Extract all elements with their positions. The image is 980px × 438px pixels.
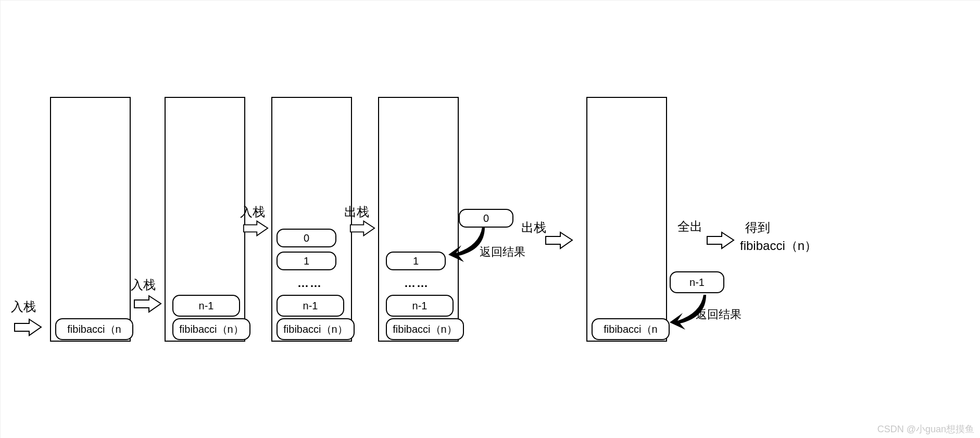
return-label: 返回结果: [480, 244, 525, 260]
ellipsis: ……: [404, 277, 429, 290]
push-label: 入栈: [131, 277, 156, 293]
push-label: 入栈: [11, 298, 36, 315]
pop-label: 出栈: [521, 219, 546, 236]
return-label: 返回结果: [696, 307, 742, 322]
push-label: 入栈: [240, 204, 265, 220]
push-arrow-icon: [243, 219, 269, 237]
ellipsis: ……: [297, 277, 322, 290]
cell-1: 1: [386, 252, 446, 270]
push-arrow-icon: [14, 318, 42, 336]
result-fib-label: fibibacci（n）: [740, 237, 817, 254]
all-out-label: 全出: [677, 218, 702, 235]
cell-n-1: n-1: [386, 295, 454, 317]
cell-fib-n: fibibacci（n: [55, 318, 133, 340]
cell-n-1: n-1: [277, 295, 344, 317]
cell-popped-n-1: n-1: [670, 271, 724, 293]
cell-fib-n: fibibacci（n）: [386, 318, 464, 340]
result-label: 得到: [745, 219, 770, 236]
watermark: CSDN @小guan想摸鱼: [877, 423, 974, 435]
pop-arrow-icon: [349, 219, 375, 237]
cell-1: 1: [277, 252, 336, 270]
pop-arrow-icon: [545, 231, 573, 249]
stack-1: [50, 97, 131, 342]
cell-fib-n: fibibacci（n）: [172, 318, 250, 340]
all-out-arrow-icon: [706, 231, 735, 249]
cell-n-1: n-1: [172, 295, 240, 317]
cell-fib-n: fibibacci（n）: [277, 318, 355, 340]
cell-0: 0: [277, 229, 336, 247]
stack-5: [586, 97, 667, 342]
diagram-canvas: fibibacci（n n-1 fibibacci（n） 0 1 …… n-1 …: [0, 0, 980, 438]
pop-label: 出栈: [344, 204, 369, 220]
cell-fib-n: fibibacci（n: [592, 318, 670, 340]
push-arrow-icon: [133, 295, 162, 313]
